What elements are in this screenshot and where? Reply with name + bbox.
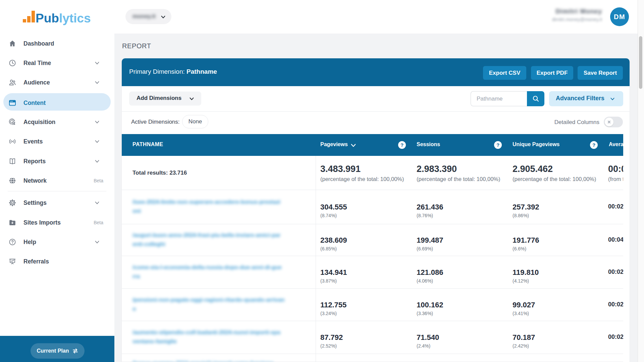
svg-text:Publytics: Publytics: [36, 11, 91, 25]
